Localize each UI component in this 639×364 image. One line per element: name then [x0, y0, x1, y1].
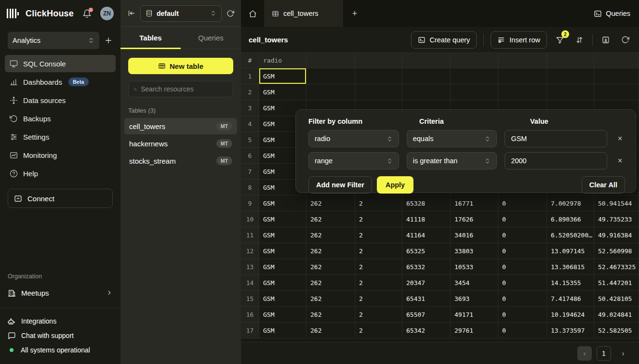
cell[interactable]: 2 [355, 259, 402, 275]
workspace-tab-cell-towers[interactable]: cell_towers [264, 0, 343, 27]
sidebar-item-dashboards[interactable]: Dashboards Beta [5, 73, 116, 91]
sidebar-item-backups[interactable]: Backups [5, 110, 116, 127]
cell[interactable]: 7.002978 [547, 195, 594, 211]
table-list-item-stocks-stream[interactable]: stocks_stream MT [124, 153, 237, 169]
cell[interactable]: 13.373597 [547, 323, 594, 338]
cell[interactable] [498, 84, 547, 100]
cell[interactable]: 3693 [451, 291, 498, 307]
cell[interactable]: 0 [498, 227, 547, 243]
cell[interactable]: GSM [259, 291, 306, 307]
sidebar-item-sql-console[interactable]: SQL Console [5, 55, 116, 72]
column-header[interactable] [594, 53, 639, 68]
cell[interactable]: 49171 [451, 307, 498, 323]
column-header[interactable] [547, 53, 594, 68]
cell[interactable] [451, 68, 498, 84]
cell[interactable]: 65332 [402, 259, 451, 275]
cell[interactable]: 52.560998 [594, 243, 639, 259]
cell[interactable]: 41118 [402, 211, 451, 227]
cell[interactable]: 262 [306, 211, 355, 227]
sort-button[interactable] [573, 34, 586, 46]
cell[interactable]: 2 [355, 243, 402, 259]
cell[interactable] [594, 68, 639, 84]
add-workspace-button[interactable] [104, 36, 113, 45]
cell[interactable]: 50.941544 [594, 195, 639, 211]
cell[interactable]: 6.890366 [547, 211, 594, 227]
cell[interactable]: 33803 [451, 243, 498, 259]
cell[interactable]: 13.097145 [547, 243, 594, 259]
cell[interactable]: 262 [306, 275, 355, 291]
cell[interactable]: 0 [498, 195, 547, 211]
search-input[interactable] [141, 85, 228, 93]
cell[interactable] [547, 68, 594, 84]
cell[interactable]: 41164 [402, 227, 451, 243]
cell[interactable]: 0 [498, 211, 547, 227]
table-list-item-cell-towers[interactable]: cell_towers MT [124, 118, 237, 134]
cell[interactable]: GSM [259, 243, 306, 259]
cell[interactable]: 0 [498, 259, 547, 275]
cell[interactable]: 262 [306, 195, 355, 211]
system-status[interactable]: All systems operational [0, 343, 120, 357]
notifications-bell-icon[interactable] [82, 9, 92, 18]
refresh-tables-button[interactable] [226, 10, 234, 17]
cell[interactable]: 65342 [402, 323, 451, 338]
connect-button[interactable]: Connect [8, 189, 113, 208]
cell[interactable]: 2 [355, 211, 402, 227]
cell[interactable]: 2 [355, 307, 402, 323]
cell[interactable] [402, 84, 451, 100]
collapse-panel-button[interactable] [127, 9, 135, 17]
filter-criteria-select[interactable]: equals [407, 130, 497, 147]
cell[interactable]: 49.916384 [594, 227, 639, 243]
cell[interactable]: 262 [306, 291, 355, 307]
cell[interactable]: 34016 [451, 227, 498, 243]
cell[interactable]: 0 [498, 291, 547, 307]
cell[interactable] [355, 68, 402, 84]
cell[interactable]: 52.582505 [594, 323, 639, 338]
cell[interactable]: 2 [355, 323, 402, 338]
cell[interactable]: 65325 [402, 243, 451, 259]
new-tab-button[interactable]: + [343, 0, 366, 27]
sidebar-item-chat-support[interactable]: Chat with support [0, 328, 120, 343]
cell[interactable]: GSM [259, 195, 306, 211]
apply-filters-button[interactable]: Apply [377, 176, 413, 194]
filter-column-select[interactable]: range [308, 152, 399, 169]
sidebar-item-data-sources[interactable]: Data sources [5, 91, 116, 109]
queries-button[interactable]: Queries [594, 10, 630, 18]
create-query-button[interactable]: Create query [411, 31, 477, 49]
cell[interactable]: GSM [259, 227, 306, 243]
cell[interactable]: 29761 [451, 323, 498, 338]
filter-column-select[interactable]: radio [308, 130, 399, 147]
cell[interactable]: 65328 [402, 195, 451, 211]
cell[interactable] [355, 84, 402, 100]
column-header[interactable]: # [241, 53, 259, 68]
filter-criteria-select[interactable]: is greater than [407, 152, 497, 169]
home-button[interactable] [241, 0, 264, 27]
clear-filters-button[interactable]: Clear All [582, 176, 625, 194]
column-header[interactable] [306, 53, 355, 68]
database-select[interactable]: default [140, 5, 222, 22]
cell[interactable] [306, 84, 355, 100]
insert-row-button[interactable]: Insert row [491, 31, 547, 49]
cell[interactable]: 2 [355, 227, 402, 243]
workspace-select[interactable]: Analytics [8, 32, 99, 49]
cell[interactable]: 52.4673325 [594, 259, 639, 275]
cell[interactable]: GSM [259, 84, 306, 100]
new-table-button[interactable]: New table [128, 58, 233, 74]
cell[interactable] [498, 68, 547, 84]
cell[interactable]: 10.194624 [547, 307, 594, 323]
sidebar-item-settings[interactable]: Settings [5, 128, 116, 145]
cell[interactable]: GSM [259, 323, 306, 338]
cell[interactable] [306, 68, 355, 84]
download-button[interactable] [599, 34, 612, 46]
cell[interactable]: 49.735233 [594, 211, 639, 227]
cell[interactable]: GSM [259, 211, 306, 227]
selected-cell[interactable]: GSM [259, 68, 306, 84]
cell[interactable]: 50.428105 [594, 291, 639, 307]
cell[interactable]: 7.417486 [547, 291, 594, 307]
cell[interactable]: 262 [306, 227, 355, 243]
sidebar-item-integrations[interactable]: Integrations [0, 314, 120, 328]
cell[interactable]: 3454 [451, 275, 498, 291]
cell[interactable]: 20347 [402, 275, 451, 291]
column-header[interactable] [451, 53, 498, 68]
cell[interactable]: 0 [498, 323, 547, 338]
column-header[interactable]: radio [259, 53, 306, 68]
